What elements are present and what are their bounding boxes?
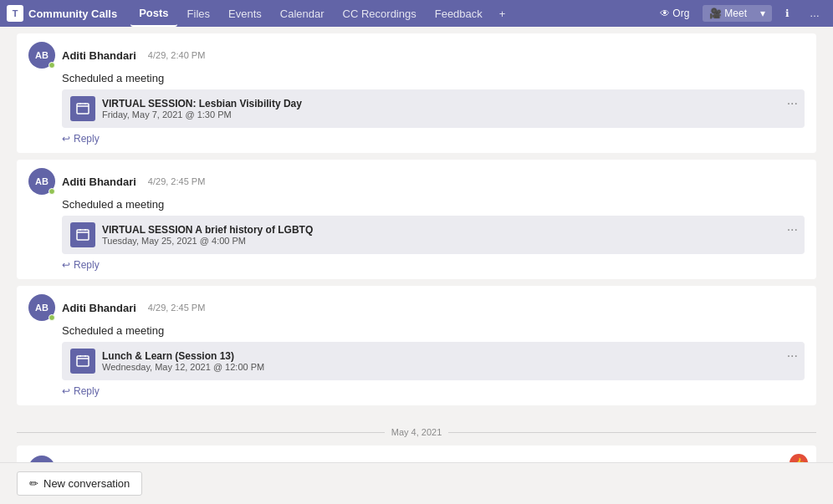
message-body: Scheduled a meeting bbox=[62, 198, 805, 211]
meeting-date: Friday, May 7, 2021 @ 1:30 PM bbox=[102, 109, 302, 120]
reply-link[interactable]: ↩ Reply bbox=[62, 259, 805, 271]
message-header: AB Aditi Bhandari 4/29, 2:40 PM bbox=[28, 42, 805, 69]
meeting-more-btn[interactable]: ··· bbox=[787, 222, 798, 237]
reply-icon: ↩ bbox=[62, 385, 70, 397]
author-name: Aditi Bhandari bbox=[62, 49, 136, 62]
meeting-icon bbox=[70, 222, 95, 247]
meeting-more-btn[interactable]: ··· bbox=[787, 349, 798, 364]
reply-link[interactable]: ↩ Reply bbox=[62, 385, 805, 397]
meeting-date: Tuesday, May 25, 2021 @ 4:00 PM bbox=[102, 236, 313, 246]
nav-cc-recordings[interactable]: CC Recordings bbox=[335, 0, 425, 27]
meeting-info: VIRTUAL SESSION: Lesbian Visibility Day … bbox=[102, 98, 302, 120]
message-header: AB Aditi Bhandari 4/29, 2:45 PM bbox=[28, 294, 805, 321]
avatar: AB bbox=[28, 168, 55, 195]
meet-main-btn[interactable]: 🎥 Meet bbox=[703, 5, 754, 22]
meeting-title: VIRTUAL SESSION A brief history of LGBTQ bbox=[102, 224, 313, 236]
nav-events[interactable]: Events bbox=[220, 0, 270, 27]
org-icon: 👁 bbox=[660, 8, 670, 19]
reply-icon: ↩ bbox=[62, 259, 70, 271]
app-logo: T bbox=[7, 5, 23, 22]
svg-rect-4 bbox=[77, 230, 89, 240]
top-bar: T Community Calls Posts Files Events Cal… bbox=[0, 0, 833, 27]
more-button[interactable]: … bbox=[803, 5, 826, 22]
meeting-card: VIRTUAL SESSION: Lesbian Visibility Day … bbox=[62, 89, 805, 128]
meeting-card: Lunch & Learn (Session 13) Wednesday, Ma… bbox=[62, 342, 805, 380]
message-body: Scheduled a meeting bbox=[62, 72, 805, 84]
meeting-more-btn[interactable]: ··· bbox=[787, 96, 798, 111]
message-timestamp: 4/29, 2:40 PM bbox=[148, 50, 206, 60]
message-card: AB Aditi Bhandari 4/29, 2:40 PM Schedule… bbox=[17, 33, 816, 153]
date-divider: May 4, 2021 bbox=[0, 427, 833, 437]
top-bar-right: 👁 Org 🎥 Meet ▾ ℹ … bbox=[653, 5, 826, 22]
info-button[interactable]: ℹ bbox=[779, 5, 796, 22]
meeting-card: VIRTUAL SESSION A brief history of LGBTQ… bbox=[62, 216, 805, 254]
channel-title: Community Calls bbox=[28, 8, 117, 20]
author-name: Aditi Bhandari bbox=[62, 176, 136, 188]
nav-files[interactable]: Files bbox=[179, 0, 218, 27]
new-conversation-button[interactable]: ✏ New conversation bbox=[17, 471, 142, 496]
meeting-info: VIRTUAL SESSION A brief history of LGBTQ… bbox=[102, 224, 313, 246]
meeting-title: VIRTUAL SESSION: Lesbian Visibility Day bbox=[102, 98, 302, 109]
online-indicator bbox=[49, 62, 55, 69]
online-indicator bbox=[49, 314, 55, 321]
org-button[interactable]: 👁 Org bbox=[653, 5, 696, 22]
nav-calendar[interactable]: Calendar bbox=[272, 0, 333, 27]
svg-rect-0 bbox=[77, 104, 89, 114]
message-card: AB Aditi Bhandari 4/29, 2:45 PM Schedule… bbox=[17, 160, 816, 279]
meeting-date: Wednesday, May 12, 2021 @ 12:00 PM bbox=[102, 362, 264, 372]
message-card: AB Aditi Bhandari 4/29, 2:45 PM Schedule… bbox=[17, 286, 816, 405]
online-indicator bbox=[49, 188, 55, 195]
meeting-title: Lunch & Learn (Session 13) bbox=[102, 350, 264, 362]
logo-initials: T bbox=[13, 8, 18, 18]
meet-button-group[interactable]: 🎥 Meet ▾ bbox=[703, 5, 772, 22]
nav-add-tab[interactable]: + bbox=[493, 4, 513, 23]
top-nav: Posts Files Events Calendar CC Recording… bbox=[130, 0, 653, 27]
camera-icon: 🎥 bbox=[709, 8, 722, 19]
avatar: AB bbox=[28, 294, 55, 321]
message-header: AB Aditi Bhandari 4/29, 2:45 PM bbox=[28, 168, 805, 195]
reply-link[interactable]: ↩ Reply bbox=[62, 133, 805, 145]
meeting-icon bbox=[70, 349, 95, 374]
nav-feedback[interactable]: Feedback bbox=[427, 0, 491, 27]
avatar: AB bbox=[28, 42, 55, 69]
svg-rect-8 bbox=[77, 356, 89, 366]
meeting-icon bbox=[70, 96, 95, 121]
message-timestamp: 4/29, 2:45 PM bbox=[148, 303, 206, 313]
message-body: Scheduled a meeting bbox=[62, 324, 805, 337]
nav-posts[interactable]: Posts bbox=[130, 0, 176, 27]
meet-dropdown-btn[interactable]: ▾ bbox=[754, 5, 772, 22]
pencil-icon: ✏ bbox=[29, 477, 38, 490]
reply-icon: ↩ bbox=[62, 133, 70, 145]
author-name: Aditi Bhandari bbox=[62, 302, 136, 314]
meeting-info: Lunch & Learn (Session 13) Wednesday, Ma… bbox=[102, 350, 264, 372]
new-conversation-bar: ✏ New conversation bbox=[0, 462, 833, 504]
messages-section: AB Aditi Bhandari 4/29, 2:40 PM Schedule… bbox=[0, 27, 833, 419]
message-timestamp: 4/29, 2:45 PM bbox=[148, 176, 206, 186]
main-content: AB Aditi Bhandari 4/29, 2:40 PM Schedule… bbox=[0, 27, 833, 504]
